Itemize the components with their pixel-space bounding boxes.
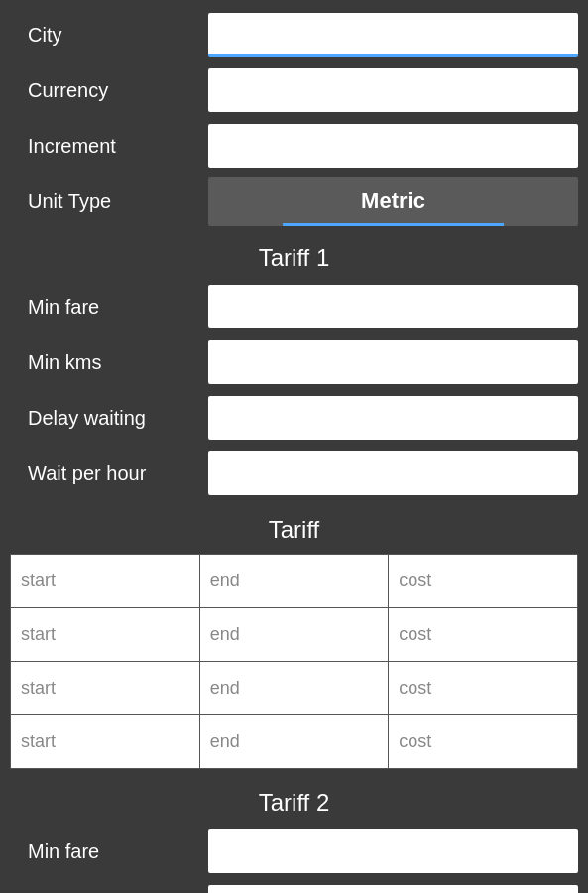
increment-row: Increment — [10, 121, 578, 171]
tariff1-min-fare-row: Min fare — [10, 282, 578, 331]
increment-input[interactable] — [208, 124, 578, 168]
tariff-table-title: Tariff — [10, 504, 578, 554]
unit-type-row: Unit Type Metric — [10, 177, 578, 226]
tariff1-min-kms-row: Min kms — [10, 337, 578, 387]
tariff2-title: Tariff 2 — [10, 777, 578, 827]
currency-row: Currency — [10, 65, 578, 115]
tariff-row-2-end-input[interactable] — [200, 662, 389, 714]
tariff-row-0-end-input[interactable] — [200, 555, 389, 607]
unit-type-label: Unit Type — [10, 191, 208, 213]
increment-label: Increment — [10, 135, 208, 158]
tariff2-min-kms-input[interactable] — [208, 885, 578, 893]
city-row: City — [10, 10, 578, 60]
table-row — [11, 608, 578, 662]
tariff1-min-fare-input[interactable] — [208, 285, 578, 328]
table-row — [11, 715, 578, 769]
tariff2-min-fare-row: Min fare — [10, 827, 578, 876]
tariff1-wait-per-hour-row: Wait per hour — [10, 448, 578, 498]
tariff-row-3-start-input[interactable] — [11, 715, 199, 768]
tariff1-wait-per-hour-input[interactable] — [208, 451, 578, 495]
tariff1-delay-waiting-row: Delay waiting — [10, 393, 578, 443]
tariff1-title: Tariff 1 — [10, 232, 578, 282]
currency-input[interactable] — [208, 68, 578, 112]
tariff-row-3-end-input[interactable] — [200, 715, 389, 768]
tariff-row-1-cost-input[interactable] — [389, 608, 577, 661]
tariff-table — [10, 554, 578, 769]
table-row — [11, 662, 578, 715]
tariff2-min-kms-row: Min kms — [10, 882, 578, 893]
tariff1-min-kms-input[interactable] — [208, 340, 578, 384]
tariff1-wait-per-hour-label: Wait per hour — [10, 462, 208, 485]
tariff1-min-fare-label: Min fare — [10, 296, 208, 319]
city-label: City — [10, 24, 208, 47]
tariff-row-3-cost-input[interactable] — [389, 715, 577, 768]
tariff-row-0-start-input[interactable] — [11, 555, 199, 607]
tariff2-min-fare-label: Min fare — [10, 840, 208, 863]
tariff2-min-fare-input[interactable] — [208, 829, 578, 873]
tariff-row-2-cost-input[interactable] — [389, 662, 577, 714]
tariff1-delay-waiting-input[interactable] — [208, 396, 578, 440]
tariff-row-1-start-input[interactable] — [11, 608, 199, 661]
tariff1-min-kms-label: Min kms — [10, 351, 208, 374]
unit-type-button[interactable]: Metric — [208, 177, 578, 226]
currency-label: Currency — [10, 79, 208, 102]
tariff-row-2-start-input[interactable] — [11, 662, 199, 714]
tariff1-delay-waiting-label: Delay waiting — [10, 407, 208, 430]
table-row — [11, 555, 578, 608]
main-form: City Currency Increment Unit Type Metric… — [0, 0, 588, 893]
tariff-row-0-cost-input[interactable] — [389, 555, 577, 607]
tariff-row-1-end-input[interactable] — [200, 608, 389, 661]
city-input[interactable] — [208, 13, 578, 57]
